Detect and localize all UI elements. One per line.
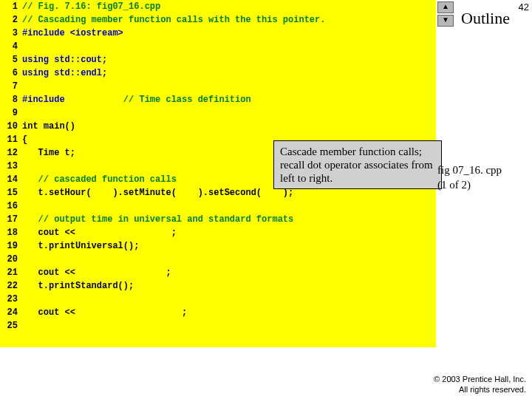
line-number: 18 (0, 226, 22, 239)
line-number: 8 (0, 93, 22, 106)
code-line: 1// Fig. 7.16: fig07_16.cpp (0, 0, 436, 13)
file-info: fig 07_16. cpp (1 of 2) (437, 163, 519, 192)
line-number: 16 (0, 200, 22, 213)
copyright: © 2003 Prentice Hall, Inc. All rights re… (434, 374, 526, 395)
code-text: { (22, 133, 27, 146)
code-line: 6using std::endl; (0, 66, 436, 80)
code-text: #include // Time class definition (22, 93, 251, 106)
line-number: 5 (0, 53, 22, 66)
code-text: t.printStandard(); (22, 279, 134, 293)
line-number: 2 (0, 13, 22, 27)
code-text: using std::cout; (22, 53, 107, 66)
code-text: // cascaded function calls (22, 173, 177, 186)
line-number: 21 (0, 266, 22, 279)
line-number: 7 (0, 80, 22, 93)
line-number: 1 (0, 0, 22, 13)
code-text: // Fig. 7.16: fig07_16.cpp (22, 0, 160, 13)
line-number: 24 (0, 306, 22, 319)
copyright-line2: All rights reserved. (434, 384, 526, 395)
line-number: 9 (0, 106, 22, 120)
code-text: cout << ; (22, 226, 177, 239)
code-text: using std::endl; (22, 66, 107, 80)
line-number: 6 (0, 66, 22, 80)
code-text: #include <iostream> (22, 27, 123, 40)
code-text: cout << ; (22, 306, 187, 319)
code-text: cout << ; (22, 266, 171, 279)
line-number: 15 (0, 186, 22, 200)
code-line: 23 (0, 293, 436, 306)
code-line: 22 t.printStandard(); (0, 279, 436, 293)
nav-down-button[interactable]: ▼ (437, 15, 454, 27)
code-line: 19 t.printUniversal(); (0, 239, 436, 253)
code-text: // output time in universal and standard… (22, 213, 293, 226)
code-line: 18 cout << ; (0, 226, 436, 239)
line-number: 11 (0, 133, 22, 146)
code-text: t.printUniversal(); (22, 239, 139, 253)
code-line: 25 (0, 319, 436, 332)
code-line: 8#include // Time class definition (0, 93, 436, 106)
code-line: 17 // output time in universal and stand… (0, 213, 436, 226)
nav-up-button[interactable]: ▲ (437, 1, 454, 13)
code-line: 24 cout << ; (0, 306, 436, 319)
sidebar: ▲ ▼ 42 Outline fig 07_16. cpp (1 of 2) (436, 0, 532, 399)
line-number: 3 (0, 27, 22, 40)
line-number: 25 (0, 319, 22, 332)
code-line: 4 (0, 40, 436, 53)
page-number: 42 (519, 1, 529, 13)
line-number: 19 (0, 239, 22, 253)
code-text: Time t; (22, 146, 75, 160)
copyright-line1: © 2003 Prentice Hall, Inc. (434, 374, 526, 384)
code-text: // Cascading member function calls with … (22, 13, 325, 27)
code-line: 20 (0, 253, 436, 266)
line-number: 4 (0, 40, 22, 53)
line-number: 22 (0, 279, 22, 293)
line-number: 20 (0, 253, 22, 266)
code-line: 10int main() (0, 120, 436, 133)
callout-text: Cascade member function calls; recall do… (280, 146, 433, 184)
line-number: 12 (0, 146, 22, 160)
down-triangle-icon: ▼ (442, 16, 449, 24)
code-line: 3#include <iostream> (0, 27, 436, 40)
up-triangle-icon: ▲ (442, 2, 449, 10)
code-line: 9 (0, 106, 436, 120)
code-line: 2// Cascading member function calls with… (0, 13, 436, 27)
callout-box: Cascade member function calls; recall do… (273, 140, 442, 189)
line-number: 14 (0, 173, 22, 186)
code-line: 7 (0, 80, 436, 93)
line-number: 17 (0, 213, 22, 226)
code-text: t.setHour( ).setMinute( ).setSecond( ); (22, 186, 293, 200)
file-name: fig 07_16. cpp (437, 163, 519, 177)
line-number: 13 (0, 160, 22, 173)
code-text: int main() (22, 120, 75, 133)
line-number: 10 (0, 120, 22, 133)
file-part: (1 of 2) (437, 177, 519, 192)
line-number: 23 (0, 293, 22, 306)
outline-title: Outline (461, 9, 510, 28)
code-line: 16 (0, 200, 436, 213)
code-line: 5using std::cout; (0, 53, 436, 66)
code-line: 21 cout << ; (0, 266, 436, 279)
